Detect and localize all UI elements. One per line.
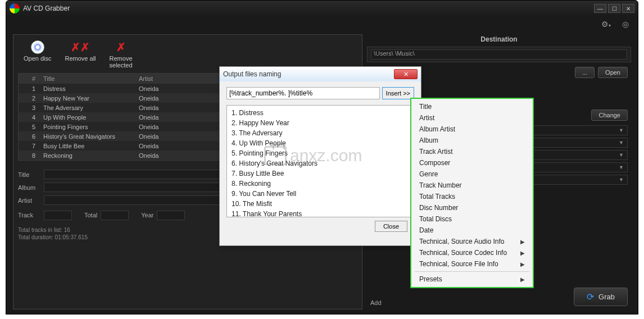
row-title: History's Great Navigators: [41, 133, 137, 140]
menu-item[interactable]: Track Number: [411, 180, 533, 191]
preview-item: 2. Happy New Year: [232, 118, 409, 128]
meta-track-label: Track: [18, 212, 40, 218]
destination-header: Destination: [367, 34, 631, 44]
row-title: The Adversary: [41, 104, 137, 111]
menu-item[interactable]: Album Artist: [411, 124, 533, 135]
row-num: 1: [19, 85, 41, 92]
preview-item: 3. The Adversary: [232, 128, 409, 138]
remove-selected-button[interactable]: ✗ Remove selected: [110, 40, 133, 69]
menu-item[interactable]: Disc Number: [411, 202, 533, 213]
chevron-right-icon: ▶: [520, 250, 525, 256]
preview-item: 10. The Misfit: [232, 199, 409, 209]
menu-item[interactable]: Total Discs: [411, 213, 533, 225]
menu-item[interactable]: Track Artist: [411, 146, 533, 157]
row-title: Reckoning: [41, 152, 137, 159]
row-num: 8: [19, 152, 41, 159]
grab-button[interactable]: ⟳ Grab: [574, 288, 628, 306]
target-icon[interactable]: ◎: [622, 20, 629, 29]
menu-item[interactable]: Technical, Source File Info▶: [411, 258, 533, 270]
preview-list: 1. Distress2. Happy New Year3. The Adver…: [226, 105, 414, 217]
add-label[interactable]: Add: [370, 299, 382, 306]
dialog-title-text: Output files naming: [223, 70, 281, 78]
app-title: AV CD Grabber: [23, 4, 70, 12]
remove-all-button[interactable]: ✗✗ Remove all: [65, 40, 96, 69]
preview-item: 5. Pointing Fingers: [232, 148, 409, 158]
dialog-titlebar: Output files naming ✕: [220, 67, 421, 81]
pattern-input[interactable]: [226, 87, 380, 99]
menu-item[interactable]: Technical, Source Codec Info▶: [411, 247, 533, 258]
meta-year-input[interactable]: [157, 211, 185, 220]
meta-title-label: Title: [18, 171, 40, 178]
remove-selected-label: Remove selected: [110, 55, 133, 69]
row-num: 3: [19, 104, 41, 111]
open-disc-button[interactable]: Open disc: [24, 40, 52, 69]
insert-button[interactable]: Insert >>: [382, 87, 414, 99]
row-title: Up With People: [41, 114, 137, 121]
chevron-right-icon: ▶: [520, 276, 525, 282]
titlebar: AV CD Grabber — ☐ ✕: [6, 1, 638, 16]
remove-all-icon: ✗✗: [74, 40, 87, 54]
app-icon: [10, 3, 20, 13]
grab-label: Grab: [598, 293, 615, 301]
disc-icon: [31, 40, 44, 54]
row-num: 6: [19, 133, 41, 140]
remove-selected-icon: ✗: [114, 40, 128, 54]
row-num: 4: [19, 114, 41, 121]
menu-item[interactable]: Artist: [411, 112, 533, 124]
menu-item[interactable]: Album: [411, 135, 533, 146]
row-title: Happy New Year: [41, 95, 137, 102]
row-num: 7: [19, 143, 41, 149]
row-title: Pointing Fingers: [41, 124, 137, 130]
output-naming-dialog: Output files naming ✕ Insert >> 1. Distr…: [219, 66, 421, 246]
destination-path-input[interactable]: \Users\ \Music\: [371, 49, 627, 60]
menu-item[interactable]: Date: [411, 225, 533, 236]
preview-item: 8. Reckoning: [232, 179, 409, 189]
minimize-button[interactable]: —: [594, 4, 606, 13]
meta-total-label: Total: [84, 212, 97, 218]
refresh-icon: ⟳: [587, 291, 594, 302]
dialog-close-btn[interactable]: Close: [375, 221, 407, 232]
change-button[interactable]: Change: [591, 110, 628, 121]
preview-item: 9. You Can Never Tell: [232, 189, 409, 199]
meta-album-label: Album: [18, 184, 40, 191]
insert-context-menu: TitleArtistAlbum ArtistAlbumTrack Artist…: [410, 98, 534, 288]
browse-button[interactable]: ...: [575, 67, 595, 78]
row-num: 5: [19, 124, 41, 130]
top-toolbar: ⚙▾ ◎: [6, 16, 638, 32]
preview-item: 6. History's Great Navigators: [232, 158, 409, 168]
close-button[interactable]: ✕: [622, 4, 634, 13]
preview-item: 4. Up With People: [232, 138, 409, 148]
remove-all-label: Remove all: [65, 55, 96, 62]
menu-item[interactable]: Total Tracks: [411, 191, 533, 202]
open-disc-label: Open disc: [24, 55, 52, 62]
meta-track-input[interactable]: [44, 211, 72, 220]
meta-total-input[interactable]: [101, 211, 129, 220]
preview-item: 7. Busy Little Bee: [232, 168, 409, 179]
chevron-right-icon: ▶: [520, 261, 525, 267]
chevron-right-icon: ▶: [520, 239, 525, 245]
menu-separator: [415, 271, 529, 272]
meta-year-label: Year: [141, 212, 153, 218]
open-dest-button[interactable]: Open: [598, 67, 628, 78]
row-num: 2: [19, 95, 41, 102]
col-num-header[interactable]: #: [19, 75, 41, 82]
preview-item: 11. Thank Your Parents: [232, 209, 409, 217]
meta-artist-label: Artist: [18, 197, 40, 204]
col-title-header[interactable]: Title: [41, 75, 137, 82]
menu-item[interactable]: Presets▶: [411, 274, 533, 285]
menu-item[interactable]: Technical, Source Audio Info▶: [411, 236, 533, 247]
maximize-button[interactable]: ☐: [608, 4, 620, 13]
menu-item[interactable]: Genre: [411, 168, 533, 180]
preview-item: 1. Distress: [232, 108, 409, 118]
row-title: Distress: [41, 85, 137, 92]
settings-icon[interactable]: ⚙▾: [601, 20, 611, 29]
dialog-close-button[interactable]: ✕: [394, 69, 418, 79]
menu-item[interactable]: Composer: [411, 157, 533, 168]
row-title: Busy Little Bee: [41, 143, 137, 149]
menu-item[interactable]: Title: [411, 101, 533, 112]
